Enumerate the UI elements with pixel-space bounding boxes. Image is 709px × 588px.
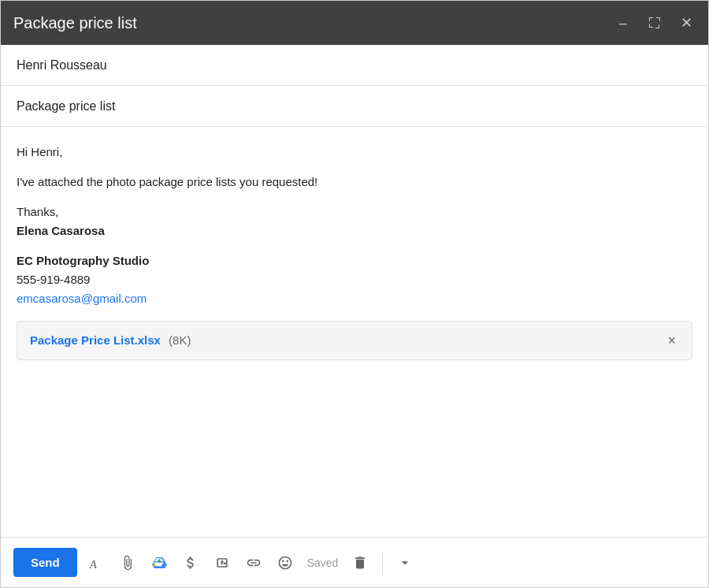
attachment-remove-button[interactable]: × bbox=[664, 333, 679, 349]
phone-number: 555-919-4889 bbox=[17, 273, 90, 286]
trash-icon[interactable] bbox=[347, 550, 373, 575]
svg-text:A: A bbox=[88, 557, 97, 570]
window-title: Package price list bbox=[13, 14, 137, 32]
compose-window: Package price list – ✕ Hi Henri, I've at… bbox=[0, 0, 709, 588]
sign-off: Thanks, Elena Casarosa bbox=[17, 203, 692, 240]
minimize-button[interactable]: – bbox=[616, 13, 630, 33]
money-icon[interactable] bbox=[178, 550, 203, 575]
company-info: EC Photography Studio 555-919-4889 emcas… bbox=[17, 251, 692, 308]
to-field-row bbox=[1, 45, 708, 86]
body-text: Hi Henri, I've attached the photo packag… bbox=[17, 143, 692, 308]
subject-field-row bbox=[1, 86, 708, 127]
attach-icon[interactable] bbox=[115, 550, 140, 575]
send-button[interactable]: Send bbox=[13, 548, 77, 577]
drive-icon[interactable] bbox=[147, 550, 172, 575]
link-icon[interactable] bbox=[241, 550, 266, 575]
attachment-size: (8K) bbox=[169, 333, 191, 347]
more-options-icon[interactable] bbox=[392, 550, 418, 575]
attachment-info: Package Price List.xlsx (8K) bbox=[30, 331, 191, 350]
maximize-button[interactable] bbox=[644, 13, 663, 34]
close-button[interactable]: ✕ bbox=[677, 13, 696, 33]
titlebar: Package price list – ✕ bbox=[1, 1, 708, 45]
to-input[interactable] bbox=[17, 58, 692, 73]
email-body[interactable]: Hi Henri, I've attached the photo packag… bbox=[1, 127, 708, 537]
attachment-filename: Package Price List.xlsx bbox=[30, 333, 161, 347]
toolbar-divider bbox=[382, 552, 383, 574]
subject-input[interactable] bbox=[17, 99, 692, 114]
body-line1: I've attached the photo package price li… bbox=[17, 173, 692, 192]
format-text-icon[interactable]: A bbox=[84, 550, 109, 575]
compose-toolbar: Send A bbox=[1, 537, 708, 587]
saved-label: Saved bbox=[307, 556, 339, 569]
email-link[interactable]: emcasarosa@gmail.com bbox=[17, 292, 147, 305]
attachment-row: Package Price List.xlsx (8K) × bbox=[17, 321, 692, 360]
sender-name: Elena Casarosa bbox=[17, 224, 105, 237]
company-name: EC Photography Studio bbox=[17, 254, 149, 267]
greeting: Hi Henri, bbox=[17, 143, 692, 162]
photo-icon[interactable] bbox=[210, 550, 235, 575]
emoji-icon[interactable] bbox=[273, 550, 298, 575]
window-controls: – ✕ bbox=[616, 13, 696, 34]
